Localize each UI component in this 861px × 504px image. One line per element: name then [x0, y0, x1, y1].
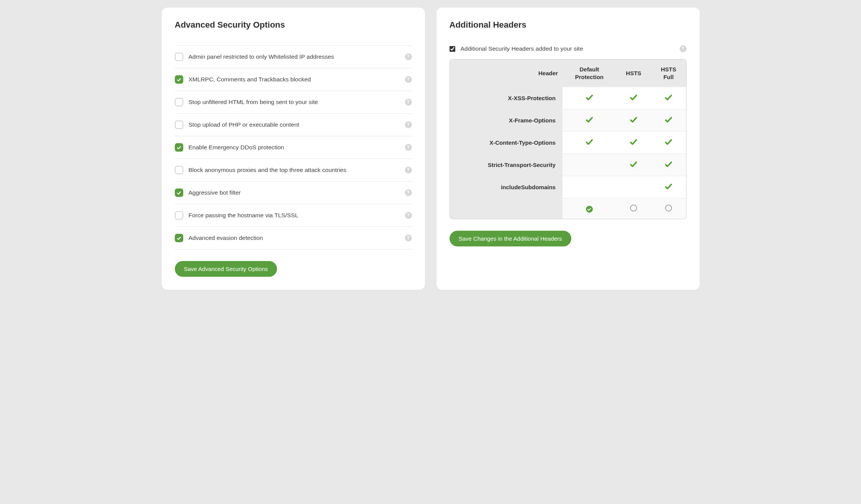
check-icon: [664, 116, 673, 124]
additional-headers-toggle-label: Additional Security Headers added to you…: [461, 45, 680, 52]
security-option-label: XMLRPC, Comments and Trackbacks blocked: [189, 76, 405, 83]
headers-cell: [616, 109, 651, 131]
security-option-checkbox[interactable]: [175, 166, 183, 174]
security-option-label: Stop upload of PHP or executable content: [189, 121, 405, 128]
headers-row-name: X-XSS-Protection: [450, 87, 563, 109]
security-option-row: XMLRPC, Comments and Trackbacks blocked?: [175, 68, 412, 91]
headers-cell: [651, 131, 686, 154]
security-option-label: Stop unfiltered HTML from being sent to …: [189, 99, 405, 106]
headers-cell: [651, 87, 686, 109]
help-icon[interactable]: ?: [405, 167, 412, 174]
save-advanced-security-button[interactable]: Save Advanced Security Options: [175, 261, 277, 277]
headers-radio-spacer: [450, 198, 563, 219]
security-option-row: Stop upload of PHP or executable content…: [175, 113, 412, 136]
security-option-checkbox[interactable]: [175, 211, 183, 220]
security-option-checkbox[interactable]: [175, 121, 183, 129]
check-icon: [664, 182, 673, 191]
check-icon: [664, 160, 673, 169]
headers-cell: [562, 109, 616, 131]
help-icon[interactable]: ?: [405, 189, 412, 196]
check-icon: [629, 160, 638, 169]
security-option-row: Admin panel restricted to only Whitelist…: [175, 45, 412, 68]
security-option-checkbox[interactable]: [175, 143, 183, 152]
headers-cell: [616, 87, 651, 109]
security-option-checkbox[interactable]: [175, 188, 183, 197]
security-option-checkbox[interactable]: [175, 75, 183, 84]
help-icon[interactable]: ?: [405, 121, 412, 128]
headers-cell: [562, 131, 616, 154]
check-icon: [585, 138, 594, 146]
headers-cell: [616, 176, 651, 198]
security-option-label: Aggressive bot filter: [189, 189, 405, 196]
advanced-security-panel: Advanced Security Options Admin panel re…: [162, 8, 425, 290]
headers-cell: [616, 154, 651, 176]
security-option-row: Stop unfiltered HTML from being sent to …: [175, 91, 412, 113]
security-option-label: Block anonymous proxies and the top thre…: [189, 167, 405, 174]
check-icon: [585, 116, 594, 124]
help-icon[interactable]: ?: [405, 76, 412, 83]
additional-headers-toggle-row: Additional Security Headers added to you…: [450, 45, 687, 52]
headers-row-name: X-Content-Type-Options: [450, 131, 563, 154]
headers-column-header: HSTS: [616, 59, 651, 87]
advanced-security-title: Advanced Security Options: [175, 20, 412, 30]
check-icon: [585, 93, 594, 102]
headers-column-header: HSTSFull: [651, 59, 686, 87]
security-option-checkbox[interactable]: [175, 234, 183, 242]
security-option-checkbox[interactable]: [175, 98, 183, 106]
security-option-label: Admin panel restricted to only Whitelist…: [189, 53, 405, 60]
security-option-row: Advanced evasion detection?: [175, 226, 412, 250]
additional-headers-checkbox[interactable]: [450, 46, 455, 52]
headers-row-name: Strict-Transport-Security: [450, 154, 563, 176]
help-icon[interactable]: ?: [405, 235, 412, 241]
check-icon: [629, 138, 638, 146]
headers-level-radio[interactable]: [586, 206, 593, 213]
help-icon[interactable]: ?: [405, 144, 412, 151]
security-option-row: Block anonymous proxies and the top thre…: [175, 159, 412, 181]
help-icon[interactable]: ?: [680, 45, 687, 52]
security-option-row: Aggressive bot filter?: [175, 181, 412, 204]
headers-cell: [651, 154, 686, 176]
help-icon[interactable]: ?: [405, 99, 412, 106]
headers-table: HeaderDefaultProtectionHSTSHSTSFull X-XS…: [450, 59, 687, 219]
security-option-label: Enable Emergency DDoS protection: [189, 144, 405, 151]
security-option-checkbox[interactable]: [175, 53, 183, 61]
security-option-label: Force passing the hostname via TLS/SSL: [189, 212, 405, 219]
headers-cell: [562, 154, 616, 176]
headers-column-header: Header: [450, 59, 563, 87]
check-icon: [629, 116, 638, 124]
help-icon[interactable]: ?: [405, 212, 412, 219]
additional-headers-title: Additional Headers: [450, 20, 687, 30]
headers-cell: [562, 87, 616, 109]
save-additional-headers-button[interactable]: Save Changes in the Additional Headers: [450, 231, 571, 246]
headers-column-header: DefaultProtection: [562, 59, 616, 87]
headers-cell: [651, 176, 686, 198]
headers-cell: [616, 131, 651, 154]
security-option-row: Enable Emergency DDoS protection?: [175, 136, 412, 159]
headers-row-name: X-Frame-Options: [450, 109, 563, 131]
check-icon: [629, 93, 638, 102]
check-icon: [664, 138, 673, 146]
additional-headers-panel: Additional Headers Additional Security H…: [436, 8, 700, 290]
headers-row-name: includeSubdomains: [450, 176, 563, 198]
headers-cell: [562, 176, 616, 198]
help-icon[interactable]: ?: [405, 53, 412, 60]
headers-level-radio[interactable]: [665, 205, 672, 212]
security-option-row: Force passing the hostname via TLS/SSL?: [175, 204, 412, 226]
headers-level-radio[interactable]: [630, 205, 637, 212]
security-option-label: Advanced evasion detection: [189, 235, 405, 241]
headers-cell: [651, 109, 686, 131]
check-icon: [664, 93, 673, 102]
